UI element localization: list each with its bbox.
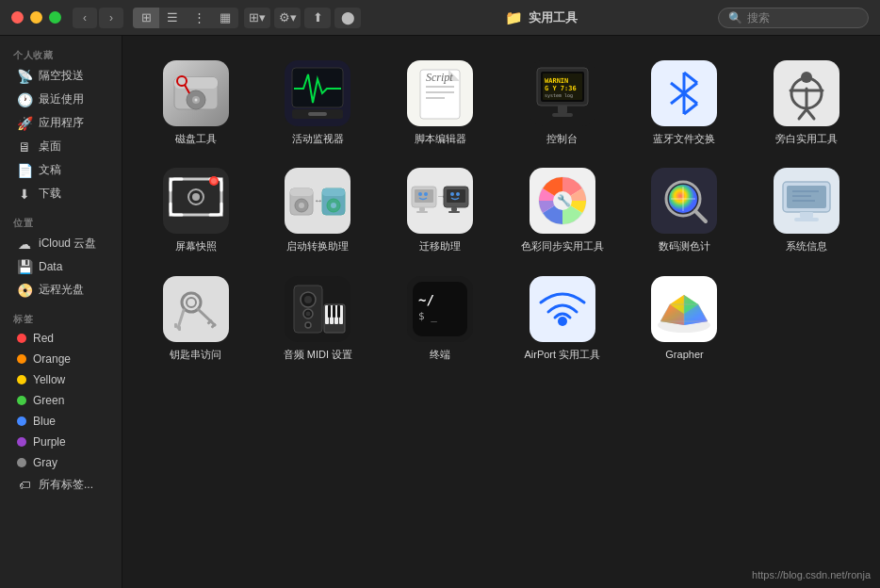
sidebar-item-tag-orange[interactable]: Orange (4, 349, 118, 369)
sidebar-item-tag-red[interactable]: Red (4, 328, 118, 349)
close-button[interactable] (11, 11, 24, 24)
svg-rect-11 (308, 112, 327, 116)
sidebar-item-data[interactable]: 💾 Data (4, 255, 118, 278)
svg-point-63 (424, 192, 428, 196)
app-item-airport[interactable]: AirPort 实用工具 (504, 267, 621, 368)
sidebar-item-tag-all[interactable]: 🏷 所有标签... (4, 473, 118, 497)
sidebar: 个人收藏 📡 隔空投送 🕐 最近使用 🚀 应用程序 🖥 桌面 📄 文稿 ⬇ 下载… (0, 36, 122, 588)
tag-button[interactable]: ⬤ (334, 8, 361, 28)
column-view-button[interactable]: ⋮ (186, 8, 212, 28)
sidebar-item-remote[interactable]: 📀 远程光盘 (4, 278, 118, 302)
sidebar-item-docs[interactable]: 📄 文稿 (4, 158, 118, 182)
desktop-icon: 🖥 (17, 139, 32, 155)
bluetooth-icon (651, 60, 717, 126)
app-item-terminal[interactable]: ~/ $ _ 终端 (382, 267, 498, 368)
console-label: 控制台 (546, 132, 578, 145)
sidebar-section-tags: 标签 (0, 309, 122, 328)
data-icon: 💾 (17, 259, 32, 274)
search-icon: 🔍 (728, 11, 742, 24)
svg-rect-115 (413, 282, 467, 336)
tag-purple-dot (17, 437, 26, 447)
sidebar-item-tag-green[interactable]: Green (4, 390, 118, 411)
icon-view-button[interactable]: ⊞ (133, 8, 159, 28)
svg-text:$ _: $ _ (418, 310, 437, 322)
app-item-migration[interactable]: → 迁移助理 (382, 158, 498, 260)
screenshot-label: 屏幕快照 (175, 239, 217, 253)
svg-rect-89 (794, 218, 819, 221)
svg-point-62 (418, 192, 422, 196)
sidebar-section-favorites: 个人收藏 (0, 45, 122, 64)
search-input[interactable] (747, 11, 858, 24)
sidebar-item-tag-purple[interactable]: Purple (4, 432, 118, 452)
svg-rect-2 (174, 77, 218, 89)
svg-point-119 (558, 317, 567, 326)
sidebar-item-icloud[interactable]: ☁ iCloud 云盘 (4, 232, 118, 255)
svg-rect-112 (333, 305, 335, 318)
sidebar-item-apps[interactable]: 🚀 应用程序 (4, 111, 118, 135)
svg-rect-49 (290, 188, 313, 196)
migration-icon: → (407, 168, 473, 234)
app-item-bootcamp[interactable]: ↔ 启动转换助理 (260, 158, 377, 260)
svg-rect-27 (552, 113, 573, 117)
svg-rect-98 (178, 326, 181, 331)
app-item-system-info[interactable]: 系统信息 (748, 158, 865, 260)
share-button[interactable]: ⬆ (304, 8, 331, 28)
window-controls (11, 11, 61, 24)
sidebar-item-downloads[interactable]: ⬇ 下载 (4, 182, 118, 205)
digital-color-label: 数码测色计 (659, 239, 710, 253)
sidebar-item-recent[interactable]: 🕐 最近使用 (4, 88, 118, 111)
maximize-button[interactable] (49, 11, 61, 24)
bluetooth-label: 蓝牙文件交换 (653, 132, 715, 145)
system-info-label: 系统信息 (786, 239, 827, 253)
svg-rect-61 (416, 211, 428, 213)
svg-rect-97 (174, 323, 177, 328)
svg-text:WARNIN: WARNIN (545, 77, 568, 85)
colorsync-label: 色彩同步实用工具 (521, 239, 604, 253)
icloud-icon: ☁ (17, 237, 32, 252)
app-item-script-editor[interactable]: Script 脚本编辑器 (382, 51, 498, 153)
list-view-button[interactable]: ☰ (159, 8, 186, 28)
svg-rect-66 (447, 189, 465, 203)
sidebar-item-desktop[interactable]: 🖥 桌面 (4, 135, 118, 158)
back-button[interactable]: ‹ (73, 8, 97, 28)
app-item-voiceover[interactable]: 旁白实用工具 (748, 51, 865, 153)
gallery-view-button[interactable]: ▦ (212, 8, 238, 28)
svg-text:system log: system log (545, 92, 573, 99)
tag-red-dot (17, 334, 26, 343)
app-item-console[interactable]: WARNIN G Y 7:36 system log 控制台 (504, 51, 621, 153)
app-item-grapher[interactable]: Grapher (627, 267, 743, 368)
svg-text:Script: Script (426, 71, 453, 84)
app-item-digital-color[interactable]: 数码测色计 (627, 158, 743, 260)
voiceover-icon (774, 60, 839, 126)
svg-point-70 (456, 192, 460, 196)
sidebar-item-tag-blue[interactable]: Blue (4, 411, 118, 432)
svg-point-104 (306, 311, 311, 316)
svg-rect-67 (451, 207, 457, 211)
disk-utility-icon (163, 60, 229, 126)
terminal-icon: ~/ $ _ (407, 276, 473, 342)
svg-rect-113 (337, 305, 340, 318)
svg-rect-88 (800, 212, 813, 218)
svg-point-102 (304, 296, 312, 303)
minimize-button[interactable] (30, 11, 42, 24)
app-item-activity-monitor[interactable]: 活动监视器 (260, 51, 377, 153)
svg-text:~/: ~/ (418, 292, 434, 307)
arrange-button[interactable]: ⊞▾ (244, 8, 270, 28)
svg-point-46 (211, 178, 217, 184)
svg-rect-84 (787, 186, 826, 208)
voiceover-label: 旁白实用工具 (775, 132, 838, 145)
app-item-disk-utility[interactable]: 磁盘工具 (138, 51, 254, 153)
app-item-keychain[interactable]: 钥匙串访问 (138, 267, 254, 368)
action-button[interactable]: ⚙▾ (274, 8, 301, 28)
sidebar-item-airdrop[interactable]: 📡 隔空投送 (4, 64, 118, 88)
app-item-colorsync[interactable]: 🔧 色彩同步实用工具 (504, 158, 621, 260)
app-item-audio-midi[interactable]: 音频 MIDI 设置 (260, 267, 377, 368)
app-item-bluetooth[interactable]: 蓝牙文件交换 (627, 51, 743, 153)
sidebar-item-tag-gray[interactable]: Gray (4, 452, 118, 473)
view-group: ⊞ ☰ ⋮ ▦ (133, 8, 238, 28)
forward-button[interactable]: › (99, 8, 123, 28)
console-icon: WARNIN G Y 7:36 system log (530, 60, 595, 126)
app-item-screenshot[interactable]: 屏幕快照 (138, 158, 254, 260)
sidebar-item-tag-yellow[interactable]: Yellow (4, 369, 118, 390)
tag-green-dot (17, 396, 26, 405)
